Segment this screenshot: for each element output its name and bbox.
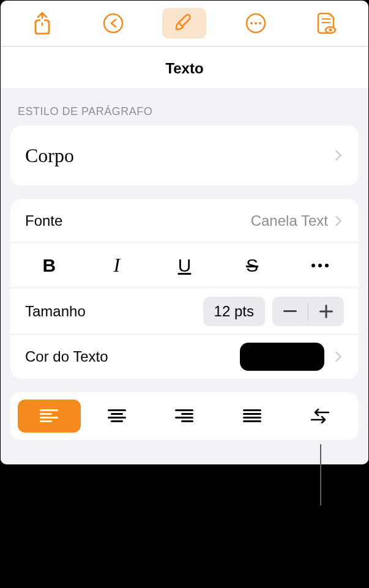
size-decrease-button[interactable] <box>272 297 308 326</box>
more-button[interactable] <box>234 8 278 39</box>
format-panel: Texto ESTILO DE PARÁGRAFO Corpo Fonte Ca… <box>1 1 368 464</box>
size-increase-button[interactable] <box>308 297 344 326</box>
align-justify-icon <box>243 409 261 423</box>
svg-point-8 <box>329 29 332 32</box>
doc-eye-icon <box>317 12 337 35</box>
text-color-label: Cor do Texto <box>25 348 240 365</box>
svg-rect-28 <box>243 413 261 415</box>
minus-icon <box>283 310 297 313</box>
align-center-icon <box>108 409 126 423</box>
callout-line <box>320 444 321 505</box>
text-direction-icon <box>310 409 330 423</box>
align-left-icon <box>40 409 58 423</box>
more-formats-button[interactable] <box>286 247 354 284</box>
svg-rect-1 <box>40 19 44 23</box>
size-label: Tamanho <box>25 303 196 320</box>
svg-rect-21 <box>108 417 126 419</box>
svg-point-4 <box>250 22 253 24</box>
svg-point-5 <box>255 22 257 24</box>
font-card: Fonte Canela Text B I U S Tamanho 12 pts <box>10 199 359 379</box>
font-label: Fonte <box>25 212 251 229</box>
share-icon <box>33 12 51 35</box>
svg-rect-25 <box>175 417 193 419</box>
paragraph-style-row[interactable]: Corpo <box>10 125 359 185</box>
svg-rect-14 <box>326 305 327 318</box>
format-row: B I U S <box>10 243 359 288</box>
chevron-right-icon <box>333 351 344 362</box>
italic-button[interactable]: I <box>83 247 151 284</box>
svg-rect-24 <box>181 413 193 415</box>
share-button[interactable] <box>20 8 64 39</box>
svg-rect-22 <box>111 420 123 422</box>
plus-icon <box>319 305 333 318</box>
chevron-right-icon <box>333 150 344 161</box>
alignment-card <box>10 392 359 440</box>
svg-rect-19 <box>108 409 126 411</box>
bold-button[interactable]: B <box>15 247 83 284</box>
more-icon <box>245 13 266 34</box>
svg-rect-12 <box>283 310 297 312</box>
align-justify-button[interactable] <box>221 400 284 433</box>
panel-title: Texto <box>1 47 368 88</box>
doc-view-button[interactable] <box>305 8 349 39</box>
chevron-right-icon <box>333 215 344 226</box>
svg-rect-26 <box>181 420 193 422</box>
align-right-icon <box>175 409 193 423</box>
svg-rect-20 <box>111 413 123 415</box>
svg-point-10 <box>318 264 322 267</box>
content-area: Texto ESTILO DE PARÁGRAFO Corpo Fonte Ca… <box>1 47 368 464</box>
paragraph-style-card: Corpo <box>10 125 359 185</box>
font-value: Canela Text <box>251 212 328 229</box>
underline-button[interactable]: U <box>151 247 218 284</box>
svg-rect-17 <box>40 417 58 419</box>
paragraph-style-value: Corpo <box>25 144 333 167</box>
align-right-button[interactable] <box>153 400 216 433</box>
undo-button[interactable] <box>91 8 135 39</box>
brush-icon <box>174 13 195 34</box>
svg-point-9 <box>311 264 315 267</box>
align-center-button[interactable] <box>86 400 149 433</box>
text-color-row[interactable]: Cor do Texto <box>10 335 359 379</box>
svg-rect-18 <box>40 420 52 422</box>
format-brush-button[interactable] <box>162 8 206 39</box>
svg-rect-16 <box>40 413 52 415</box>
svg-rect-29 <box>243 417 261 419</box>
svg-rect-27 <box>243 409 261 411</box>
text-direction-button[interactable] <box>288 400 351 433</box>
size-stepper <box>272 297 344 326</box>
paragraph-style-section-label: ESTILO DE PARÁGRAFO <box>1 88 368 125</box>
font-row[interactable]: Fonte Canela Text <box>10 199 359 243</box>
size-row: Tamanho 12 pts <box>10 288 359 335</box>
ellipsis-icon <box>311 263 329 268</box>
strikethrough-button[interactable]: S <box>218 247 286 284</box>
align-left-button[interactable] <box>18 400 81 433</box>
svg-point-6 <box>259 22 261 24</box>
svg-point-2 <box>104 14 122 32</box>
toolbar <box>1 1 368 47</box>
svg-point-11 <box>325 264 329 267</box>
undo-icon <box>103 13 124 34</box>
svg-rect-23 <box>175 409 193 411</box>
svg-rect-30 <box>243 420 261 422</box>
size-value-button[interactable]: 12 pts <box>203 297 265 326</box>
text-color-swatch[interactable] <box>240 343 324 371</box>
svg-rect-15 <box>40 409 58 411</box>
